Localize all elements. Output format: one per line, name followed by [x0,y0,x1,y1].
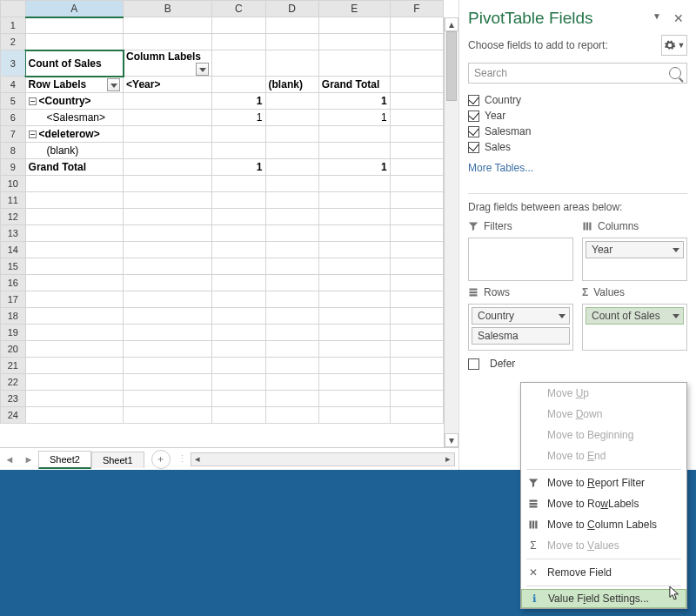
col-header-d[interactable]: D [265,1,318,17]
menu-move-up: Move Up [521,383,686,404]
new-sheet-button[interactable]: ＋ [151,450,171,469]
defer-checkbox[interactable] [468,358,479,370]
row-header[interactable]: 9 [1,159,26,176]
drag-areas-label: Drag fields between areas below: [468,201,687,213]
row-header[interactable]: 1 [1,17,26,34]
menu-move-row-labels[interactable]: Move to Row Labels [521,493,686,514]
select-all-corner[interactable] [1,1,26,17]
tab-nav-prev[interactable]: ◄ [2,452,17,467]
scroll-left-icon[interactable]: ◂ [191,453,204,465]
row-header[interactable]: 4 [1,77,26,93]
row-header[interactable]: 6 [1,110,26,126]
value-field-count-of-sales[interactable]: Count of Sales [586,307,684,325]
collapse-icon[interactable] [29,131,37,138]
values-dropzone[interactable]: Count of Sales [582,304,687,351]
cell-a6[interactable]: <Salesman> [25,110,123,126]
checkbox-icon[interactable] [468,126,479,137]
menu-move-column-labels[interactable]: Move to Column Labels [521,514,686,535]
menu-remove-field[interactable]: ✕Remove Field [521,562,686,583]
column-field-year[interactable]: Year [586,241,684,258]
row-labels-dropdown[interactable] [107,78,120,91]
grid[interactable]: A B C D E F 1 2 3 Count of Sales Column … [0,0,444,424]
value-field-context-menu: Move Up Move Down Move to Beginning Move… [520,382,687,609]
cell-e4[interactable]: Grand Total [318,77,390,93]
scroll-right-icon[interactable]: ▸ [442,453,454,465]
cell-a7[interactable]: <deleterow> [25,126,123,143]
checkbox-icon[interactable] [468,110,479,122]
pane-close-button[interactable]: ✕ [670,10,687,27]
filter-icon [526,476,540,490]
cell-c5[interactable]: 1 [212,93,265,110]
filters-header: Filters [468,220,573,232]
horizontal-scrollbar[interactable]: ◂ ▸ [191,452,455,466]
row-header[interactable]: 8 [1,143,26,159]
chevron-down-icon [673,248,679,252]
field-salesman[interactable]: Salesman [468,124,687,139]
cell-d4[interactable]: (blank) [265,77,318,93]
field-list: Country Year Salesman Sales More Tables.… [468,92,687,177]
rows-icon [526,497,540,511]
cell-a8[interactable]: (blank) [25,143,123,159]
pane-title: PivotTable Fields [468,9,593,28]
row-header[interactable]: 2 [1,34,26,50]
tab-nav-next[interactable]: ► [21,452,37,467]
col-header-c[interactable]: C [212,1,265,17]
row-header[interactable]: 3 [1,50,26,77]
checkbox-icon[interactable] [468,142,479,153]
menu-move-beginning: Move to Beginning [521,425,686,445]
fields-search-input[interactable]: Search [468,63,687,84]
remove-icon: ✕ [526,566,540,579]
filters-dropzone[interactable] [468,238,573,281]
col-header-f[interactable]: F [390,1,443,17]
collapse-icon[interactable] [29,97,37,105]
cell-c6[interactable]: 1 [212,110,265,126]
row-header[interactable]: 5 [1,93,26,110]
cell-a5[interactable]: <Country> [25,93,123,110]
sigma-icon: Σ [582,286,588,298]
columns-dropzone[interactable]: Year [582,238,687,281]
rows-icon [468,287,478,298]
scroll-up-icon[interactable]: ▴ [445,17,458,31]
layout-options-button[interactable]: ▼ [661,35,687,56]
menu-move-report-filter[interactable]: Move to Report Filter [521,472,686,493]
cell-b3[interactable]: Column Labels [124,50,212,77]
field-country[interactable]: Country [468,92,687,108]
col-header-b[interactable]: B [124,1,212,17]
defer-label: Defer [490,358,515,370]
row-field-salesman[interactable]: Salesma [472,327,570,345]
more-tables-link[interactable]: More Tables... [468,158,687,177]
search-placeholder: Search [474,67,507,79]
menu-value-field-settings[interactable]: ℹValue Field Settings... [521,589,686,608]
row-header[interactable]: 7 [1,126,26,143]
filter-icon [468,221,478,231]
scroll-down-icon[interactable]: ▾ [445,433,458,447]
menu-move-values: ΣMove to Values [521,535,686,556]
row-field-country[interactable]: Country [472,307,570,325]
vertical-scrollbar[interactable]: ▴ ▾ [444,17,458,447]
field-year[interactable]: Year [468,108,687,124]
cell-e6[interactable]: 1 [318,110,390,126]
menu-move-down: Move Down [521,404,686,425]
col-header-e[interactable]: E [318,1,390,17]
chevron-down-icon [559,314,566,318]
col-header-a[interactable]: A [25,1,123,17]
values-header: Σ Values [582,286,687,298]
cell-a4[interactable]: Row Labels [25,77,123,93]
cell-c9[interactable]: 1 [212,159,265,176]
sheet-tab-active[interactable]: Sheet2 [38,451,91,469]
cell-a9[interactable]: Grand Total [25,159,123,176]
cell-b4[interactable]: <Year> [124,77,212,93]
search-icon [669,67,681,79]
cell-e5[interactable]: 1 [318,93,390,110]
sheet-tab[interactable]: Sheet1 [91,452,144,468]
checkbox-icon[interactable] [468,95,479,106]
rows-dropzone[interactable]: Country Salesma [468,304,573,351]
column-labels-dropdown[interactable] [196,63,209,76]
pane-menu-dropdown[interactable]: ▼ [649,10,665,27]
field-sales[interactable]: Sales [468,139,687,155]
cell-a3[interactable]: Count of Sales [25,50,123,77]
gear-icon [664,39,676,51]
cell-e9[interactable]: 1 [318,159,390,176]
rows-header: Rows [468,286,573,298]
sheet-tab-strip: ◄ ► Sheet2 Sheet1 ＋ ⋮ ◂ ▸ [0,447,458,470]
